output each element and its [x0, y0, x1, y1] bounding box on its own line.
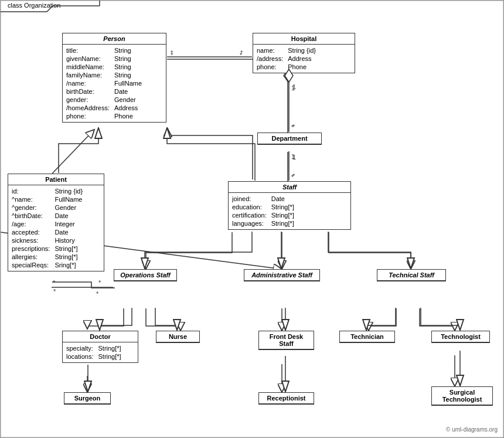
- class-operations-staff-header: Operations Staff: [114, 270, 176, 281]
- class-patient-body: id:String {id} ^name:FullName ^gender:Ge…: [8, 185, 104, 271]
- class-surgeon: Surgeon: [64, 392, 111, 405]
- class-patient: Patient id:String {id} ^name:FullName ^g…: [8, 174, 104, 271]
- class-nurse-header: Nurse: [156, 331, 199, 342]
- class-nurse: Nurse: [156, 331, 200, 343]
- svg-text:*: *: [96, 290, 99, 297]
- class-administrative-staff-header: Administrative Staff: [244, 270, 319, 281]
- class-department-header: Department: [258, 133, 321, 144]
- class-doctor-header: Doctor: [63, 331, 138, 342]
- svg-text:*: *: [240, 52, 243, 59]
- class-hospital-header: Hospital: [253, 33, 355, 45]
- class-patient-header: Patient: [8, 174, 104, 185]
- svg-text:*: *: [291, 124, 294, 131]
- class-front-desk-staff: Front Desk Staff: [258, 331, 314, 350]
- class-surgeon-header: Surgeon: [64, 393, 110, 404]
- copyright: © uml-diagrams.org: [446, 426, 498, 433]
- class-technical-staff-header: Technical Staff: [377, 270, 445, 281]
- class-technical-staff: Technical Staff: [377, 269, 446, 281]
- class-receptionist: Receptionist: [258, 392, 314, 405]
- svg-text:*: *: [291, 174, 294, 181]
- class-surgical-technologist: Surgical Technologist: [431, 386, 493, 406]
- svg-text:1: 1: [291, 84, 295, 91]
- class-administrative-staff: Administrative Staff: [244, 269, 320, 281]
- svg-text:1: 1: [291, 153, 295, 160]
- class-technologist: Technologist: [431, 331, 490, 343]
- class-person-body: title:String givenName:String middleName…: [63, 45, 166, 122]
- class-hospital-body: name:String {id} /address:Address phone:…: [253, 45, 355, 73]
- class-technician: Technician: [339, 331, 395, 343]
- svg-line-0: [52, 130, 94, 174]
- class-staff: Staff joined:Date education:String[*] ce…: [228, 181, 351, 230]
- diagram-container: class Organization 1 *: [0, 0, 504, 438]
- class-receptionist-header: Receptionist: [259, 393, 314, 404]
- class-person-header: Person: [63, 33, 166, 45]
- class-doctor: Doctor specialty:String[*] locations:Str…: [62, 331, 138, 363]
- class-technologist-header: Technologist: [432, 331, 489, 342]
- svg-text:*: *: [171, 52, 173, 59]
- class-hospital: Hospital name:String {id} /address:Addre…: [253, 33, 355, 73]
- class-doctor-body: specialty:String[*] locations:String[*]: [63, 342, 138, 362]
- class-person: Person title:String givenName:String mid…: [62, 33, 166, 123]
- svg-text:*: *: [53, 288, 56, 295]
- class-operations-staff: Operations Staff: [114, 269, 177, 281]
- class-surgical-technologist-header: Surgical Technologist: [432, 387, 492, 405]
- class-technician-header: Technician: [340, 331, 394, 342]
- class-front-desk-staff-header: Front Desk Staff: [259, 331, 314, 349]
- class-staff-header: Staff: [229, 182, 350, 193]
- diagram-title: class Organization: [5, 2, 63, 9]
- class-department: Department: [257, 133, 322, 145]
- class-staff-body: joined:Date education:String[*] certific…: [229, 193, 350, 229]
